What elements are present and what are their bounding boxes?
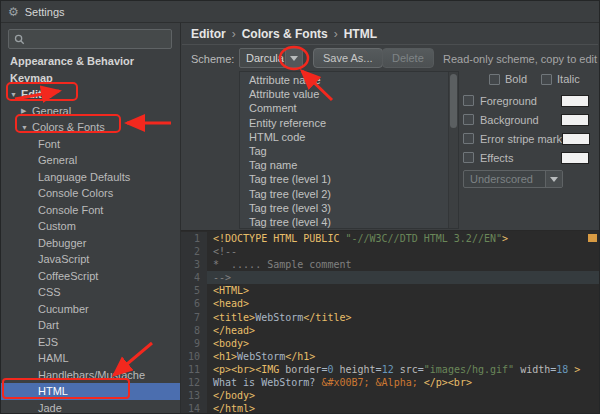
element-type-attribute-name[interactable]: Attribute name bbox=[240, 73, 447, 87]
bold-checkbox[interactable] bbox=[489, 74, 500, 85]
save-as-button[interactable]: Save As... bbox=[313, 48, 383, 68]
sidebar-item-cucumber[interactable]: Cucumber bbox=[1, 301, 180, 318]
foreground-checkbox[interactable] bbox=[463, 95, 474, 106]
code-line: 5<HTML> bbox=[181, 284, 599, 297]
sidebar-item-label: HTML bbox=[38, 385, 68, 397]
chevron-down-icon[interactable]: ▼ bbox=[21, 124, 32, 131]
bold-label: Bold bbox=[505, 73, 527, 85]
sidebar-item-label: CoffeeScript bbox=[38, 270, 98, 282]
settings-tree: Appearance & BehaviorKeymap▼Editor▶Gener… bbox=[1, 53, 180, 413]
italic-label: Italic bbox=[557, 73, 580, 85]
style-row-effects: Effects bbox=[463, 151, 589, 165]
code-text: </html> bbox=[207, 402, 255, 413]
effect-type-select: Underscored bbox=[463, 170, 563, 188]
line-number: 7 bbox=[181, 311, 207, 324]
sidebar-item-css[interactable]: CSS bbox=[1, 284, 180, 301]
code-text: <h1>WebStorm</h1> bbox=[207, 350, 315, 363]
element-type-tag[interactable]: Tag bbox=[240, 144, 447, 158]
chevron-down-icon bbox=[550, 177, 558, 182]
settings-window: ⚙ Settings Appearance & BehaviorKeymap▼E… bbox=[0, 0, 600, 414]
sidebar-item-colors-fonts[interactable]: ▼Colors & Fonts bbox=[1, 119, 180, 136]
code-line: 11<p><br><IMG border=0 height=12 src="im… bbox=[181, 363, 599, 376]
sidebar-item-console-font[interactable]: Console Font bbox=[1, 202, 180, 219]
background-checkbox[interactable] bbox=[463, 114, 474, 125]
scrollbar-thumb[interactable] bbox=[450, 74, 457, 128]
code-text: <!DOCTYPE HTML PUBLIC "-//W3C//DTD HTML … bbox=[207, 232, 508, 245]
sidebar-item-keymap[interactable]: Keymap bbox=[1, 70, 180, 87]
chevron-down-icon[interactable]: ▼ bbox=[10, 91, 21, 98]
sidebar-item-label: General bbox=[38, 154, 77, 166]
search-input[interactable] bbox=[29, 33, 166, 45]
effects-checkbox[interactable] bbox=[463, 152, 474, 163]
element-type-tag-tree-level-1[interactable]: Tag tree (level 1) bbox=[240, 172, 447, 186]
effect-type-value: Underscored bbox=[470, 171, 533, 187]
chevron-right-icon[interactable]: ▶ bbox=[21, 107, 32, 115]
sidebar-item-haml[interactable]: HAML bbox=[1, 350, 180, 367]
sidebar-item-label: Keymap bbox=[10, 72, 53, 84]
error-stripe-mark-color-swatch[interactable] bbox=[562, 133, 590, 145]
code-line: 6<head> bbox=[181, 297, 599, 310]
element-type-comment[interactable]: Comment bbox=[240, 101, 447, 115]
sidebar-item-debugger[interactable]: Debugger bbox=[1, 235, 180, 252]
element-type-tag-name[interactable]: Tag name bbox=[240, 158, 447, 172]
line-number: 6 bbox=[181, 297, 207, 310]
breadcrumb-item-colors-fonts: Colors & Fonts bbox=[242, 27, 328, 41]
code-line: 7<title>WebStorm</title> bbox=[181, 311, 599, 324]
effects-color-swatch[interactable] bbox=[561, 152, 589, 164]
window-title: Settings bbox=[25, 6, 65, 18]
line-number: 2 bbox=[181, 245, 207, 258]
sidebar-item-console-colors[interactable]: Console Colors bbox=[1, 185, 180, 202]
sidebar-item-html[interactable]: HTML bbox=[1, 383, 180, 400]
line-number: 1 bbox=[181, 232, 207, 245]
foreground-color-swatch[interactable] bbox=[561, 95, 589, 107]
delete-button: Delete bbox=[382, 48, 434, 68]
sidebar-item-general[interactable]: General bbox=[1, 152, 180, 169]
element-type-tag-tree-level-4[interactable]: Tag tree (level 4) bbox=[240, 215, 447, 229]
sidebar-item-javascript[interactable]: JavaScript bbox=[1, 251, 180, 268]
code-preview: 1<!DOCTYPE HTML PUBLIC "-//W3C//DTD HTML… bbox=[181, 230, 599, 413]
code-text: <title>WebStorm</title> bbox=[207, 311, 352, 324]
line-number: 5 bbox=[181, 284, 207, 297]
element-type-html-code[interactable]: HTML code bbox=[240, 130, 447, 144]
background-color-swatch[interactable] bbox=[561, 114, 589, 126]
sidebar-item-label: Appearance & Behavior bbox=[10, 55, 134, 67]
sidebar-item-label: Colors & Fonts bbox=[32, 121, 105, 133]
code-line: 12What is WebStorm? &#x00B7; &Alpha; </p… bbox=[181, 376, 599, 389]
scheme-select[interactable]: Darcula bbox=[239, 48, 303, 68]
line-number: 12 bbox=[181, 376, 207, 389]
sidebar-item-coffeescript[interactable]: CoffeeScript bbox=[1, 268, 180, 285]
element-type-tag-tree-level-2[interactable]: Tag tree (level 2) bbox=[240, 187, 447, 201]
sidebar-item-font[interactable]: Font bbox=[1, 136, 180, 153]
sidebar-item-jade[interactable]: Jade bbox=[1, 400, 180, 414]
element-list-scrollbar[interactable] bbox=[448, 72, 458, 228]
sidebar-item-label: Language Defaults bbox=[38, 171, 130, 183]
code-line: 1<!DOCTYPE HTML PUBLIC "-//W3C//DTD HTML… bbox=[181, 232, 599, 245]
error-stripe-mark-checkbox[interactable] bbox=[463, 133, 474, 144]
sidebar-item-language-defaults[interactable]: Language Defaults bbox=[1, 169, 180, 186]
settings-search-box[interactable] bbox=[8, 29, 172, 49]
sidebar-item-dart[interactable]: Dart bbox=[1, 317, 180, 334]
scheme-dropdown-arrow[interactable] bbox=[285, 49, 302, 67]
breadcrumb-separator: › bbox=[334, 27, 338, 41]
sidebar-item-editor[interactable]: ▼Editor bbox=[1, 86, 180, 103]
element-type-attribute-value[interactable]: Attribute value bbox=[240, 87, 447, 101]
sidebar-item-appearance-behavior[interactable]: Appearance & Behavior bbox=[1, 53, 180, 70]
element-type-entity-reference[interactable]: Entity reference bbox=[240, 116, 447, 130]
sidebar-item-handlebars-mustache[interactable]: Handlebars/Mustache bbox=[1, 367, 180, 384]
line-number: 10 bbox=[181, 350, 207, 363]
code-line: 2<!-- bbox=[181, 245, 599, 258]
sidebar-item-label: Editor bbox=[21, 88, 53, 100]
settings-gear-icon: ⚙ bbox=[8, 6, 19, 18]
code-line: 9<body> bbox=[181, 337, 599, 350]
chevron-down-icon bbox=[290, 56, 298, 61]
line-number: 14 bbox=[181, 402, 207, 413]
sidebar-item-general[interactable]: ▶General bbox=[1, 103, 180, 120]
italic-checkbox[interactable] bbox=[541, 74, 552, 85]
sidebar-item-label: Font bbox=[38, 138, 60, 150]
sidebar-item-label: Jade bbox=[38, 402, 62, 413]
sidebar-item-ejs[interactable]: EJS bbox=[1, 334, 180, 351]
readonly-scheme-note: Read-only scheme, copy to edit bbox=[443, 53, 597, 65]
element-type-tag-tree-level-3[interactable]: Tag tree (level 3) bbox=[240, 201, 447, 215]
style-label: Error stripe mark bbox=[480, 133, 562, 145]
sidebar-item-custom[interactable]: Custom bbox=[1, 218, 180, 235]
